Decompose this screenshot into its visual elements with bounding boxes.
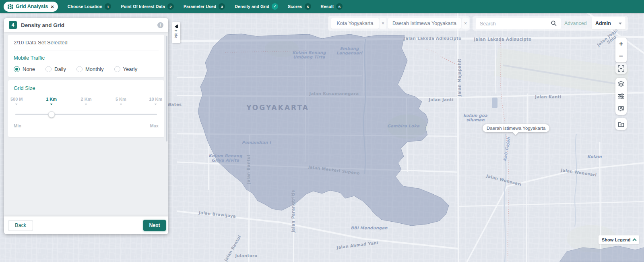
zoom-in-button[interactable]: + <box>615 38 627 50</box>
show-legend-label: Show Legend <box>602 237 631 242</box>
tick-5km[interactable]: 5 Km <box>116 97 126 105</box>
step-label: Scores <box>288 4 302 9</box>
panel-header: 4 Density and Grid i <box>4 18 168 32</box>
panel-scrollbar[interactable] <box>166 36 167 141</box>
tick-label: 500 M <box>10 97 23 102</box>
wizard-steps: Choose Location 1 Point Of Interest Data… <box>68 3 343 10</box>
zoom-out-button[interactable]: − <box>615 50 627 62</box>
grid-size-slider: 500 M 1 Km 2 Km 5 Km <box>14 97 159 132</box>
tick-caret-icon <box>85 104 87 105</box>
advanced-link[interactable]: Advanced <box>564 18 587 29</box>
chip-daerah-istimewa-yogyakarta[interactable]: Daerah Istimewa Yogyakarta <box>388 18 461 29</box>
radio-monthly[interactable]: Monthly <box>76 66 104 72</box>
step-label: Parameter Used <box>184 4 216 9</box>
search-input[interactable] <box>476 18 561 29</box>
info-icon[interactable]: i <box>157 22 163 28</box>
step-result[interactable]: Result 6 <box>321 3 343 10</box>
hide-label: Hide <box>174 30 178 39</box>
tick-10km[interactable]: 10 Km <box>149 97 162 105</box>
radio-yearly[interactable]: Yearly <box>114 66 138 72</box>
chat-search-icon <box>618 106 624 112</box>
tab-close-icon[interactable]: × <box>51 4 54 9</box>
next-button[interactable]: Next <box>143 220 166 231</box>
hide-panel-button[interactable]: Hide <box>172 22 180 43</box>
focus-target-icon <box>618 65 624 72</box>
panel-step-number: 4 <box>9 21 17 29</box>
min-label: Min <box>14 123 21 128</box>
tick-caret-icon <box>155 104 157 105</box>
mobile-traffic-options: None Daily Monthly Yearly <box>14 66 159 72</box>
radio-circle-selected <box>14 66 20 72</box>
grid-icon <box>8 4 13 9</box>
panel-body: 2/10 Data Set Selected Mobile Traffic No… <box>4 32 168 216</box>
chip-kota-yogyakarta-close-icon[interactable]: × <box>380 18 386 29</box>
step-label: Point Of Interest Data <box>121 4 165 9</box>
layers-icon <box>618 81 624 87</box>
search-icon[interactable] <box>551 20 557 27</box>
save-project-button[interactable] <box>615 118 627 130</box>
step-number-badge: 5 <box>305 3 311 10</box>
step-choose-location[interactable]: Choose Location 1 <box>68 3 111 10</box>
map-tools-group <box>615 78 627 115</box>
radio-daily[interactable]: Daily <box>45 66 66 72</box>
tick-500m[interactable]: 500 M <box>10 97 23 105</box>
tick-caret-icon <box>15 104 18 105</box>
admin-dropdown[interactable]: Admin <box>592 17 625 29</box>
step-point-of-interest-data[interactable]: Point Of Interest Data 2 <box>121 3 174 10</box>
max-label: Max <box>150 123 159 128</box>
grid-size-title: Grid Size <box>14 85 159 91</box>
radio-label: Daily <box>54 66 66 72</box>
step-number-badge: 6 <box>336 3 343 10</box>
divider <box>14 50 159 50</box>
chip-daerah-istimewa-yogyakarta-close-icon[interactable]: × <box>462 18 469 29</box>
tick-1km[interactable]: 1 Km <box>46 97 57 105</box>
tick-2km[interactable]: 2 Km <box>81 97 92 105</box>
step-label: Choose Location <box>68 4 103 9</box>
step-parameter-used[interactable]: Parameter Used 3 <box>184 3 225 10</box>
pond <box>492 98 497 108</box>
tab-grid-analysis[interactable]: Grid Analysis × <box>4 2 58 12</box>
slider-thumb[interactable] <box>48 111 55 118</box>
radio-circle <box>114 66 120 72</box>
tick-caret-icon <box>50 104 53 105</box>
step-density-and-grid[interactable]: Density and Grid ✓ <box>235 3 278 10</box>
collapse-left-icon <box>175 25 178 28</box>
step-number-badge: 3 <box>219 3 225 10</box>
zoom-control-group: + − <box>615 37 627 62</box>
recenter-button[interactable] <box>615 63 627 74</box>
chip-kota-yogyakarta[interactable]: Kota Yogyakarta <box>331 18 379 29</box>
tab-label: Grid Analysis <box>16 4 48 9</box>
step-label: Result <box>321 4 334 9</box>
radio-none[interactable]: None <box>14 66 35 72</box>
chevron-down-icon <box>619 23 622 25</box>
step-number-badge: 2 <box>167 3 174 10</box>
tick-label: 5 Km <box>116 97 126 102</box>
folder-plus-icon <box>618 121 624 127</box>
grid-analysis-app: Jalan Laksda Adisucipto Jalan Laksda Adi… <box>0 0 644 262</box>
panel-footer: Back Next <box>4 216 168 234</box>
slider-track[interactable] <box>15 114 157 115</box>
tick-label: 10 Km <box>149 97 162 102</box>
step-check-badge: ✓ <box>272 3 278 10</box>
step-scores[interactable]: Scores 5 <box>288 3 311 10</box>
radio-label: None <box>23 66 35 72</box>
admin-label: Admin <box>595 21 619 26</box>
radio-circle <box>45 66 52 72</box>
panel-title: Density and Grid <box>21 22 157 28</box>
density-and-grid-panel: 4 Density and Grid i 2/10 Data Set Selec… <box>4 18 168 234</box>
back-button[interactable]: Back <box>8 220 33 231</box>
show-legend-button[interactable]: Show Legend <box>599 235 639 244</box>
radio-label: Yearly <box>123 66 138 72</box>
region-tooltip: Daerah Istimewa Yogyakarta <box>483 124 549 132</box>
slider-range-labels: Min Max <box>14 123 159 128</box>
layers-button[interactable] <box>615 78 627 90</box>
mobile-traffic-card: 2/10 Data Set Selected Mobile Traffic No… <box>8 35 164 77</box>
mobile-traffic-title: Mobile Traffic <box>14 55 159 61</box>
filter-sliders-button[interactable] <box>615 90 627 102</box>
sliders-icon <box>618 93 624 100</box>
step-label: Density and Grid <box>235 4 269 9</box>
topbar: Grid Analysis × Choose Location 1 Point … <box>0 0 644 13</box>
dataset-status: 2/10 Data Set Selected <box>14 40 159 46</box>
search-area-button[interactable] <box>615 103 627 115</box>
tick-label: 2 Km <box>81 97 92 102</box>
